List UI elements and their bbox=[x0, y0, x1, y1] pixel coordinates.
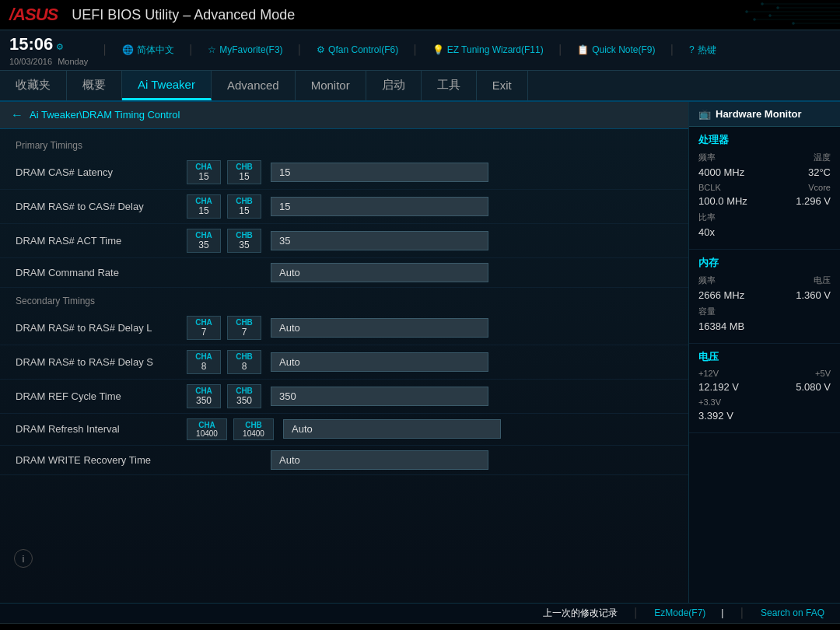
monitor-icon: 📺 bbox=[698, 108, 711, 120]
setting-label-cmd-rate: DRAM Command Rate bbox=[16, 267, 187, 278]
hardware-monitor-panel: 📺 Hardware Monitor 处理器 频率 温度 4000 MHz 32… bbox=[688, 102, 840, 603]
setting-value-7[interactable]: Auto bbox=[283, 419, 501, 439]
setting-row-write-recovery[interactable]: DRAM WRITE Recovery Time Auto bbox=[0, 446, 688, 475]
bottom-sep-1: │ bbox=[633, 607, 639, 618]
search-faq-button[interactable]: Search on FAQ bbox=[761, 607, 824, 618]
nav-exit-label: Exit bbox=[492, 79, 512, 92]
last-change-label: 上一次的修改记录 bbox=[543, 607, 618, 620]
nav-tools[interactable]: 工具 bbox=[422, 71, 477, 100]
toolbar-sep-5: │ bbox=[558, 44, 564, 55]
toolbar: 15:06 ⚙ 10/03/2016 Monday │ 🌐 简体中文 │ ☆ M… bbox=[0, 30, 840, 71]
hw-section-voltage: 电压 +12V +5V 12.192 V 5.080 V +3.3V 3.392… bbox=[689, 344, 840, 433]
channel-values-7: CHA 10400 CHB 10400 bbox=[187, 418, 274, 440]
setting-value-0[interactable]: 15 bbox=[271, 163, 488, 182]
hw-freq-label: 频率 bbox=[698, 152, 716, 163]
footer: Version 2.17.1246. Copyright (C) 2016 Am… bbox=[0, 623, 840, 630]
channel-values-5: CHA 8 CHB 8 bbox=[187, 350, 261, 374]
toolbar-hotkey[interactable]: ? 热键 bbox=[689, 44, 716, 57]
setting-row-ras-ras-l[interactable]: DRAM RAS# to RAS# Delay L CHA 7 CHB 7 Au… bbox=[0, 311, 688, 345]
nav-favorites[interactable]: 收藏夹 bbox=[0, 71, 67, 100]
hw-ratio-label-row: 比率 bbox=[698, 212, 831, 223]
setting-row-cas-latency[interactable]: DRAM CAS# Latency CHA 15 CHB 15 15 bbox=[0, 156, 688, 190]
nav-monitor[interactable]: Monitor bbox=[296, 71, 366, 100]
breadcrumb-path: Ai Tweaker\DRAM Timing Control bbox=[30, 109, 180, 121]
gear-icon[interactable]: ⚙ bbox=[56, 41, 64, 52]
setting-value-5[interactable]: Auto bbox=[271, 352, 488, 372]
hw-monitor-label: Hardware Monitor bbox=[716, 108, 802, 120]
channel-b-6: CHB 350 bbox=[227, 384, 261, 408]
channel-b-7: CHB 10400 bbox=[233, 418, 274, 440]
hw-bclk-label-row: BCLK Vcore bbox=[698, 183, 831, 192]
channel-b-0: CHB 15 bbox=[227, 160, 261, 184]
hw-temp-label: 温度 bbox=[814, 152, 831, 163]
setting-row-refresh-interval[interactable]: DRAM Refresh Interval CHA 10400 CHB 1040… bbox=[0, 414, 688, 446]
channel-values-2: CHA 35 CHB 35 bbox=[187, 229, 261, 253]
ez-label: EZ Tuning Wizard(F11) bbox=[447, 44, 544, 55]
channel-a-4: CHA 7 bbox=[187, 316, 221, 340]
hw-vcore-label: Vcore bbox=[808, 183, 831, 192]
svg-point-6 bbox=[761, 3, 764, 5]
setting-value-1[interactable]: 15 bbox=[271, 197, 488, 216]
info-button[interactable]: i bbox=[14, 549, 33, 568]
nav-boot[interactable]: 启动 bbox=[366, 71, 422, 100]
nav-ai-tweaker[interactable]: Ai Tweaker bbox=[122, 71, 212, 100]
toolbar-qfan[interactable]: ⚙ Qfan Control(F6) bbox=[317, 44, 398, 55]
hw-ratio-val: 40x bbox=[698, 226, 715, 238]
hw-mem-volt-label: 电压 bbox=[814, 275, 831, 286]
hw-cpu-title: 处理器 bbox=[698, 133, 831, 147]
channel-a-7: CHA 10400 bbox=[187, 418, 227, 440]
setting-value-6[interactable]: 350 bbox=[271, 387, 488, 406]
note-icon: 📋 bbox=[577, 44, 589, 55]
hw-ratio-val-row: 40x bbox=[698, 226, 831, 240]
date-display: 10/03/2016 bbox=[9, 57, 52, 66]
setting-row-ras-cas[interactable]: DRAM RAS# to CAS# Delay CHA 15 CHB 15 15 bbox=[0, 190, 688, 224]
hw-33v-label: +3.3V bbox=[698, 397, 721, 407]
channel-values-1: CHA 15 CHB 15 bbox=[187, 194, 261, 219]
bios-title: UEFI BIOS Utility – Advanced Mode bbox=[72, 7, 831, 23]
toolbar-quick-note[interactable]: 📋 Quick Note(F9) bbox=[577, 44, 655, 55]
time-display: 15:06 bbox=[9, 33, 53, 56]
channel-b-5: CHB 8 bbox=[227, 350, 261, 374]
setting-row-ras-act[interactable]: DRAM RAS# ACT Time CHA 35 CHB 35 35 bbox=[0, 224, 688, 258]
settings-panel: Primary Timings DRAM CAS# Latency CHA 15… bbox=[0, 129, 688, 602]
setting-label-ras-ras-s: DRAM RAS# to RAS# Delay S bbox=[16, 356, 187, 368]
fan-icon: ⚙ bbox=[317, 44, 325, 55]
toolbar-ez-tuning[interactable]: 💡 EZ Tuning Wizard(F11) bbox=[432, 44, 544, 55]
nav-ai-tweaker-label: Ai Tweaker bbox=[138, 78, 195, 91]
setting-row-ref-cycle[interactable]: DRAM REF Cycle Time CHA 350 CHB 350 350 bbox=[0, 380, 688, 414]
globe-icon: 🌐 bbox=[122, 44, 134, 55]
hw-5v-val: 5.080 V bbox=[796, 381, 831, 393]
toolbar-myfavorite[interactable]: ☆ MyFavorite(F3) bbox=[208, 44, 282, 55]
setting-label-ras-act: DRAM RAS# ACT Time bbox=[16, 235, 187, 247]
nav-advanced[interactable]: Advanced bbox=[212, 71, 296, 100]
hw-volt-title: 电压 bbox=[698, 350, 831, 364]
setting-row-cmd-rate[interactable]: DRAM Command Rate Auto bbox=[0, 258, 688, 288]
ez-mode-button[interactable]: EzMode(F7) bbox=[654, 607, 705, 618]
asus-logo: /ASUS bbox=[9, 5, 58, 25]
channel-values-6: CHA 350 CHB 350 bbox=[187, 384, 261, 408]
datetime-display: 15:06 ⚙ 10/03/2016 Monday bbox=[9, 33, 88, 67]
hotkey-label: 热键 bbox=[698, 44, 716, 57]
setting-value-2[interactable]: 35 bbox=[271, 231, 488, 250]
section-primary-timings: Primary Timings bbox=[0, 135, 688, 156]
setting-value-8[interactable]: Auto bbox=[271, 450, 488, 470]
ez-icon: 💡 bbox=[432, 44, 444, 55]
nav-exit[interactable]: Exit bbox=[477, 71, 528, 100]
header-bar: /ASUS UEFI BIOS Utility – Advanced Mode bbox=[0, 0, 840, 30]
setting-label-refresh-interval: DRAM Refresh Interval bbox=[16, 423, 187, 435]
bottom-sep-2: │ bbox=[739, 607, 745, 618]
nav-overview-label: 概要 bbox=[82, 78, 106, 93]
channel-b-2: CHB 35 bbox=[227, 229, 261, 253]
back-button[interactable]: ← bbox=[11, 108, 23, 122]
nav-overview[interactable]: 概要 bbox=[67, 71, 122, 100]
hw-mem-freq-label: 频率 bbox=[698, 275, 716, 286]
hw-ratio-label: 比率 bbox=[698, 212, 716, 223]
channel-b-1: CHB 15 bbox=[227, 194, 261, 219]
setting-value-3[interactable]: Auto bbox=[271, 263, 488, 282]
bottom-bar: 上一次的修改记录 │ EzMode(F7) | │ Search on FAQ bbox=[0, 603, 840, 623]
hw-cpu-freq-val-row: 4000 MHz 32°C bbox=[698, 166, 831, 180]
channel-a-1: CHA 15 bbox=[187, 194, 221, 219]
setting-value-4[interactable]: Auto bbox=[271, 318, 488, 338]
toolbar-language[interactable]: 🌐 简体中文 bbox=[122, 44, 174, 57]
setting-row-ras-ras-s[interactable]: DRAM RAS# to RAS# Delay S CHA 8 CHB 8 Au… bbox=[0, 345, 688, 380]
